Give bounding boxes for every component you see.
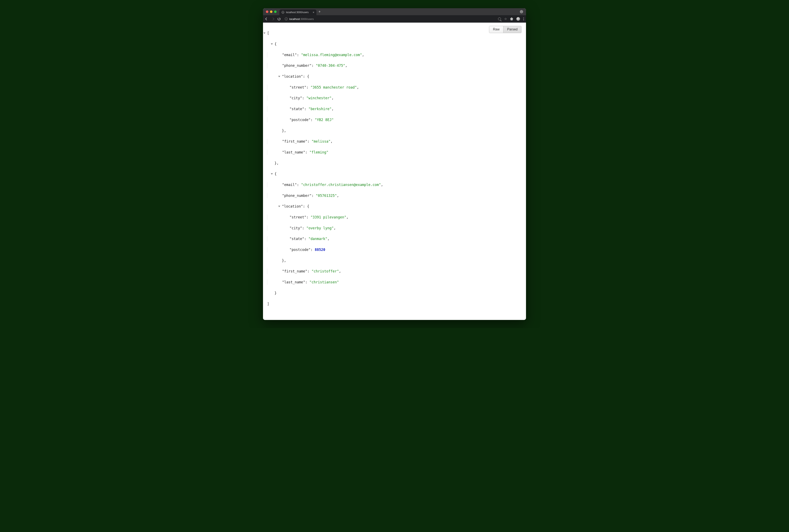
view-toggle: Raw Parsed [489, 26, 521, 33]
toolbar: i localhost:3000/users ☆ [263, 15, 526, 23]
site-info-icon[interactable]: i [285, 17, 288, 20]
titlebar: localhost:3000/users × + ⌄ [263, 8, 526, 15]
tab-title: localhost:3000/users [286, 11, 309, 14]
zoom-icon[interactable] [498, 17, 501, 20]
close-window-button[interactable] [266, 11, 268, 13]
collapse-icon[interactable] [264, 33, 266, 34]
menu-button[interactable] [523, 17, 524, 20]
bookmark-icon[interactable]: ☆ [504, 17, 507, 21]
raw-toggle[interactable]: Raw [489, 26, 503, 33]
address-text: localhost:3000/users [289, 17, 314, 21]
forward-button [271, 17, 274, 21]
close-tab-button[interactable]: × [313, 11, 314, 14]
collapse-icon[interactable] [271, 43, 273, 45]
new-tab-button[interactable]: + [319, 10, 321, 14]
tab-search-button[interactable]: ⌄ [520, 10, 523, 13]
browser-window: localhost:3000/users × + ⌄ i localhost:3… [263, 8, 526, 320]
extensions-icon[interactable] [510, 17, 513, 20]
minimize-window-button[interactable] [270, 11, 272, 13]
parsed-toggle[interactable]: Parsed [503, 26, 521, 33]
collapse-icon[interactable] [278, 76, 280, 77]
back-button[interactable] [265, 17, 268, 21]
profile-avatar[interactable] [516, 17, 520, 21]
globe-icon [282, 11, 284, 14]
browser-tab[interactable]: localhost:3000/users × [280, 10, 316, 15]
address-bar[interactable]: i localhost:3000/users [284, 16, 495, 22]
page-content: Raw Parsed [ { "email": "melissa.fleming… [263, 23, 526, 320]
json-viewer: [ { "email": "melissa.fleming@example.co… [267, 25, 522, 318]
reload-button[interactable] [277, 17, 281, 21]
collapse-icon[interactable] [271, 173, 273, 175]
window-controls [266, 11, 276, 13]
collapse-icon[interactable] [278, 206, 280, 207]
maximize-window-button[interactable] [274, 11, 276, 13]
